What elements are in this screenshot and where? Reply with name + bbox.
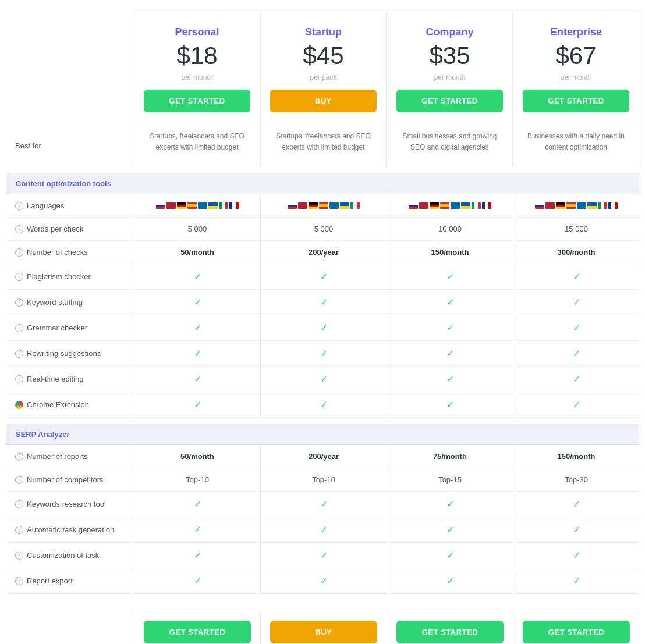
- flag-it-3: [472, 202, 481, 209]
- check-icon: ✓: [320, 399, 328, 410]
- realtime-company: ✓: [387, 367, 513, 392]
- get-started-button-enterprise[interactable]: GET STARTED: [523, 90, 629, 112]
- flag-ua: [208, 202, 218, 209]
- chrome-startup: ✓: [260, 392, 387, 417]
- words-company: 10 000: [387, 218, 513, 240]
- check-icon: ✓: [194, 271, 201, 282]
- plan-price-startup: $45: [303, 42, 343, 70]
- checks-info-icon: i: [15, 248, 23, 257]
- plan-price-enterprise: $67: [555, 42, 596, 70]
- check-icon: ✓: [573, 348, 580, 359]
- check-icon: ✓: [320, 550, 328, 561]
- buy-button-startup[interactable]: BUY: [270, 90, 377, 112]
- report-export-startup: ✓: [260, 568, 387, 593]
- chrome-personal: ✓: [134, 392, 260, 417]
- competitors-enterprise: Top-30: [513, 468, 639, 491]
- languages-info-icon: i: [15, 202, 23, 210]
- keyword-enterprise: ✓: [513, 290, 639, 315]
- get-started-button-personal-footer[interactable]: GET STARTED: [144, 621, 251, 643]
- report-export-personal: ✓: [134, 568, 260, 593]
- automatic-company: ✓: [387, 517, 513, 542]
- get-started-button-enterprise-footer[interactable]: GET STARTED: [523, 621, 630, 643]
- check-icon: ✓: [194, 499, 201, 510]
- footer-empty: [6, 611, 134, 644]
- check-icon: ✓: [194, 373, 201, 385]
- get-started-button-personal[interactable]: GET STARTED: [144, 90, 250, 112]
- flag-es-2: [319, 202, 328, 209]
- footer-company: GET STARTED: [387, 611, 513, 644]
- buy-button-startup-footer[interactable]: BUY: [270, 621, 377, 643]
- report-export-label: i Report export: [6, 568, 134, 593]
- keyword-info-icon: i: [15, 298, 23, 307]
- flag-de-4: [556, 202, 565, 209]
- report-export-row: i Report export ✓ ✓ ✓ ✓: [6, 568, 639, 594]
- plan-header-enterprise: Enterprise $67 per month GET STARTED: [513, 12, 639, 124]
- get-started-button-company-footer[interactable]: GET STARTED: [396, 621, 504, 643]
- flag-it-4: [598, 202, 607, 209]
- check-icon: ✓: [573, 499, 580, 510]
- content-section-header: Content optimization tools: [6, 173, 639, 194]
- footer-personal: GET STARTED: [134, 611, 260, 644]
- get-started-button-company[interactable]: GET STARTED: [396, 90, 503, 112]
- words-per-check-row: i Words per check 5 000 5 000 10 000 15 …: [6, 218, 639, 241]
- check-icon: ✓: [194, 524, 201, 535]
- flag-ru-4: [535, 202, 544, 209]
- flag-it-2: [350, 202, 360, 209]
- rewriting-enterprise: ✓: [513, 341, 639, 366]
- flags-startup: [288, 202, 360, 209]
- check-icon: ✓: [573, 399, 580, 410]
- flag-ru-3: [409, 202, 418, 209]
- number-of-checks-label: i Number of checks: [6, 241, 134, 264]
- flag-se-4: [577, 202, 586, 209]
- check-icon: ✓: [573, 271, 580, 282]
- check-icon: ✓: [446, 348, 454, 359]
- flag-se-2: [329, 202, 339, 209]
- check-icon: ✓: [320, 524, 328, 535]
- plan-name-company: Company: [426, 26, 473, 38]
- automatic-personal: ✓: [134, 517, 260, 542]
- plagiarism-startup: ✓: [260, 264, 387, 289]
- plan-price-company: $35: [429, 42, 470, 70]
- grammar-enterprise: ✓: [513, 315, 639, 340]
- automatic-enterprise: ✓: [513, 517, 639, 542]
- check-icon: ✓: [320, 373, 328, 385]
- check-icon: ✓: [446, 297, 454, 308]
- competitors-row: i Number of competitors Top-10 Top-10 To…: [6, 468, 639, 492]
- flag-de-3: [430, 202, 439, 209]
- check-icon: ✓: [320, 348, 328, 359]
- words-personal: 5 000: [134, 218, 260, 240]
- reports-startup: 200/year: [260, 445, 387, 468]
- check-icon: ✓: [320, 322, 328, 333]
- competitors-info-icon: i: [15, 476, 23, 484]
- check-icon: ✓: [573, 322, 580, 333]
- flag-it: [219, 202, 228, 209]
- check-icon: ✓: [573, 575, 580, 586]
- flag-ru-2: [288, 202, 297, 209]
- footer-startup: BUY: [260, 611, 387, 644]
- rewriting-company: ✓: [387, 341, 513, 366]
- header-row: Personal $18 per month GET STARTED Start…: [6, 12, 639, 124]
- plagiarism-personal: ✓: [134, 264, 260, 289]
- chrome-label: Chrome Extension: [6, 392, 134, 417]
- keywords-row: i Keywords research tool ✓ ✓ ✓ ✓: [6, 492, 639, 517]
- check-icon: ✓: [320, 271, 328, 282]
- check-icon: ✓: [573, 373, 580, 385]
- checks-company: 150/month: [387, 241, 513, 264]
- words-info-icon: i: [15, 225, 23, 233]
- serp-section-header: SERP Analyzer: [6, 424, 639, 445]
- reports-company: 75/month: [387, 445, 513, 468]
- chrome-enterprise: ✓: [513, 392, 639, 417]
- flag-us-4: [545, 202, 555, 209]
- report-export-company: ✓: [387, 568, 513, 593]
- flag-us: [166, 202, 176, 209]
- automatic-label: i Automatic task generation: [6, 517, 134, 542]
- flag-fr-3: [482, 202, 491, 209]
- realtime-label: i Real-time editing: [6, 367, 134, 392]
- realtime-info-icon: i: [15, 375, 23, 383]
- customization-company: ✓: [387, 543, 513, 568]
- plagiarism-company: ✓: [387, 264, 513, 289]
- keywords-info-icon: i: [15, 500, 23, 508]
- best-for-label: Best for: [6, 124, 134, 167]
- best-for-startup: Startups, freelancers and SEO experts wi…: [260, 124, 387, 167]
- grammar-startup: ✓: [260, 315, 387, 340]
